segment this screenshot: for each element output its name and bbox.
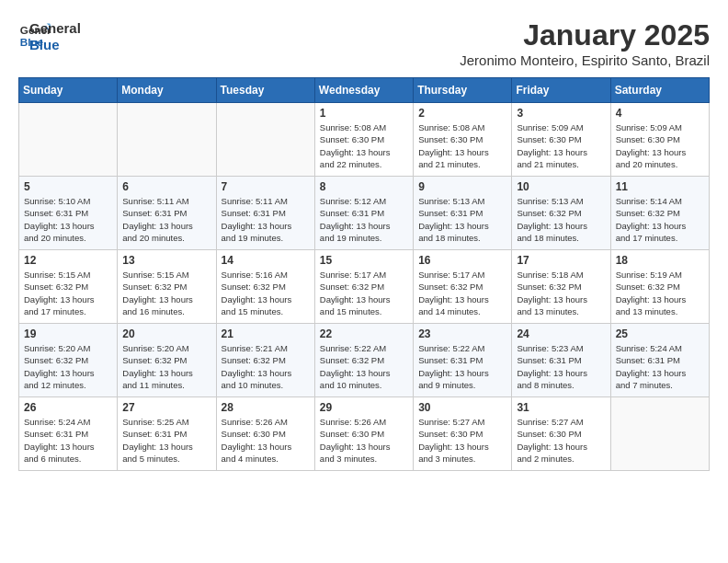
day-number: 5: [24, 180, 112, 193]
title-area: January 2025 Jeronimo Monteiro, Espirito…: [460, 18, 710, 68]
table-row: 31Sunrise: 5:27 AM Sunset: 6:30 PM Dayli…: [512, 397, 610, 471]
day-info: Sunrise: 5:24 AM Sunset: 6:31 PM Dayligh…: [616, 342, 704, 391]
day-info: Sunrise: 5:19 AM Sunset: 6:32 PM Dayligh…: [616, 269, 704, 317]
day-number: 23: [418, 327, 506, 340]
header-sunday: Sunday: [19, 78, 118, 103]
table-row: 15Sunrise: 5:17 AM Sunset: 6:32 PM Dayli…: [314, 250, 413, 324]
logo: General Blue General Blue: [18, 18, 81, 53]
day-info: Sunrise: 5:26 AM Sunset: 6:30 PM Dayligh…: [320, 416, 408, 465]
day-info: Sunrise: 5:17 AM Sunset: 6:32 PM Dayligh…: [418, 269, 506, 317]
day-info: Sunrise: 5:14 AM Sunset: 6:32 PM Dayligh…: [616, 195, 704, 244]
day-info: Sunrise: 5:11 AM Sunset: 6:31 PM Dayligh…: [222, 195, 310, 244]
calendar-subtitle: Jeronimo Monteiro, Espirito Santo, Brazi…: [460, 52, 710, 68]
day-info: Sunrise: 5:12 AM Sunset: 6:31 PM Dayligh…: [320, 195, 408, 244]
day-number: 6: [122, 180, 210, 193]
table-row: 13Sunrise: 5:15 AM Sunset: 6:32 PM Dayli…: [118, 250, 216, 324]
day-number: 31: [517, 401, 605, 414]
table-row: 26Sunrise: 5:24 AM Sunset: 6:31 PM Dayli…: [19, 397, 118, 471]
day-info: Sunrise: 5:20 AM Sunset: 6:32 PM Dayligh…: [24, 342, 112, 391]
calendar-header: Sunday Monday Tuesday Wednesday Thursday…: [19, 78, 710, 103]
table-row: 5Sunrise: 5:10 AM Sunset: 6:31 PM Daylig…: [19, 177, 118, 250]
day-number: 28: [222, 401, 310, 414]
day-number: 21: [222, 327, 310, 340]
table-row: 14Sunrise: 5:16 AM Sunset: 6:32 PM Dayli…: [216, 250, 314, 324]
header-wednesday: Wednesday: [314, 78, 413, 103]
day-info: Sunrise: 5:11 AM Sunset: 6:31 PM Dayligh…: [122, 195, 210, 244]
header-friday: Friday: [512, 78, 610, 103]
table-row: [610, 397, 709, 471]
table-row: 11Sunrise: 5:14 AM Sunset: 6:32 PM Dayli…: [610, 177, 709, 250]
day-info: Sunrise: 5:21 AM Sunset: 6:32 PM Dayligh…: [222, 342, 310, 391]
table-row: 19Sunrise: 5:20 AM Sunset: 6:32 PM Dayli…: [19, 324, 118, 397]
day-number: 10: [517, 180, 605, 193]
day-number: 27: [122, 401, 210, 414]
table-row: 1Sunrise: 5:08 AM Sunset: 6:30 PM Daylig…: [314, 103, 413, 177]
day-info: Sunrise: 5:23 AM Sunset: 6:31 PM Dayligh…: [517, 342, 605, 391]
day-number: 13: [122, 254, 210, 267]
day-info: Sunrise: 5:22 AM Sunset: 6:31 PM Dayligh…: [418, 342, 506, 391]
day-number: 15: [320, 254, 408, 267]
table-row: 3Sunrise: 5:09 AM Sunset: 6:30 PM Daylig…: [512, 103, 610, 177]
day-number: 17: [517, 254, 605, 267]
day-info: Sunrise: 5:15 AM Sunset: 6:32 PM Dayligh…: [24, 269, 112, 317]
calendar-title: January 2025: [460, 18, 710, 52]
day-number: 30: [418, 401, 506, 414]
table-row: 24Sunrise: 5:23 AM Sunset: 6:31 PM Dayli…: [512, 324, 610, 397]
day-number: 3: [517, 107, 605, 120]
day-number: 19: [24, 327, 112, 340]
day-info: Sunrise: 5:08 AM Sunset: 6:30 PM Dayligh…: [418, 121, 506, 170]
calendar-table: Sunday Monday Tuesday Wednesday Thursday…: [18, 77, 710, 471]
table-row: 20Sunrise: 5:20 AM Sunset: 6:32 PM Dayli…: [118, 324, 216, 397]
day-info: Sunrise: 5:25 AM Sunset: 6:31 PM Dayligh…: [122, 416, 210, 465]
day-info: Sunrise: 5:09 AM Sunset: 6:30 PM Dayligh…: [517, 121, 605, 170]
table-row: 6Sunrise: 5:11 AM Sunset: 6:31 PM Daylig…: [118, 177, 216, 250]
day-info: Sunrise: 5:09 AM Sunset: 6:30 PM Dayligh…: [616, 121, 704, 170]
table-row: 10Sunrise: 5:13 AM Sunset: 6:32 PM Dayli…: [512, 177, 610, 250]
table-row: 2Sunrise: 5:08 AM Sunset: 6:30 PM Daylig…: [414, 103, 512, 177]
day-info: Sunrise: 5:22 AM Sunset: 6:32 PM Dayligh…: [320, 342, 408, 391]
table-row: 12Sunrise: 5:15 AM Sunset: 6:32 PM Dayli…: [19, 250, 118, 324]
day-info: Sunrise: 5:27 AM Sunset: 6:30 PM Dayligh…: [418, 416, 506, 465]
day-info: Sunrise: 5:17 AM Sunset: 6:32 PM Dayligh…: [320, 269, 408, 317]
day-number: 20: [122, 327, 210, 340]
table-row: 30Sunrise: 5:27 AM Sunset: 6:30 PM Dayli…: [414, 397, 512, 471]
page-header: General Blue General Blue January 2025 J…: [18, 18, 710, 68]
table-row: 7Sunrise: 5:11 AM Sunset: 6:31 PM Daylig…: [216, 177, 314, 250]
table-row: [216, 103, 314, 177]
header-thursday: Thursday: [414, 78, 512, 103]
day-number: 7: [222, 180, 310, 193]
day-number: 25: [616, 327, 704, 340]
table-row: 8Sunrise: 5:12 AM Sunset: 6:31 PM Daylig…: [314, 177, 413, 250]
day-info: Sunrise: 5:13 AM Sunset: 6:31 PM Dayligh…: [418, 195, 506, 244]
day-number: 24: [517, 327, 605, 340]
day-number: 22: [320, 327, 408, 340]
table-row: 28Sunrise: 5:26 AM Sunset: 6:30 PM Dayli…: [216, 397, 314, 471]
day-number: 12: [24, 254, 112, 267]
table-row: 21Sunrise: 5:21 AM Sunset: 6:32 PM Dayli…: [216, 324, 314, 397]
header-saturday: Saturday: [610, 78, 709, 103]
table-row: 22Sunrise: 5:22 AM Sunset: 6:32 PM Dayli…: [314, 324, 413, 397]
day-number: 14: [222, 254, 310, 267]
table-row: 29Sunrise: 5:26 AM Sunset: 6:30 PM Dayli…: [314, 397, 413, 471]
day-number: 2: [418, 107, 506, 120]
day-number: 9: [418, 180, 506, 193]
table-row: 27Sunrise: 5:25 AM Sunset: 6:31 PM Dayli…: [118, 397, 216, 471]
day-info: Sunrise: 5:27 AM Sunset: 6:30 PM Dayligh…: [517, 416, 605, 465]
day-number: 29: [320, 401, 408, 414]
table-row: 16Sunrise: 5:17 AM Sunset: 6:32 PM Dayli…: [414, 250, 512, 324]
header-monday: Monday: [118, 78, 216, 103]
day-info: Sunrise: 5:20 AM Sunset: 6:32 PM Dayligh…: [122, 342, 210, 391]
table-row: 23Sunrise: 5:22 AM Sunset: 6:31 PM Dayli…: [414, 324, 512, 397]
logo-line1: General: [29, 20, 81, 37]
calendar-body: 1Sunrise: 5:08 AM Sunset: 6:30 PM Daylig…: [19, 103, 710, 471]
header-tuesday: Tuesday: [216, 78, 314, 103]
table-row: 25Sunrise: 5:24 AM Sunset: 6:31 PM Dayli…: [610, 324, 709, 397]
table-row: 4Sunrise: 5:09 AM Sunset: 6:30 PM Daylig…: [610, 103, 709, 177]
table-row: 17Sunrise: 5:18 AM Sunset: 6:32 PM Dayli…: [512, 250, 610, 324]
table-row: 9Sunrise: 5:13 AM Sunset: 6:31 PM Daylig…: [414, 177, 512, 250]
day-number: 8: [320, 180, 408, 193]
day-info: Sunrise: 5:15 AM Sunset: 6:32 PM Dayligh…: [122, 269, 210, 317]
day-info: Sunrise: 5:08 AM Sunset: 6:30 PM Dayligh…: [320, 121, 408, 170]
day-info: Sunrise: 5:10 AM Sunset: 6:31 PM Dayligh…: [24, 195, 112, 244]
table-row: [118, 103, 216, 177]
